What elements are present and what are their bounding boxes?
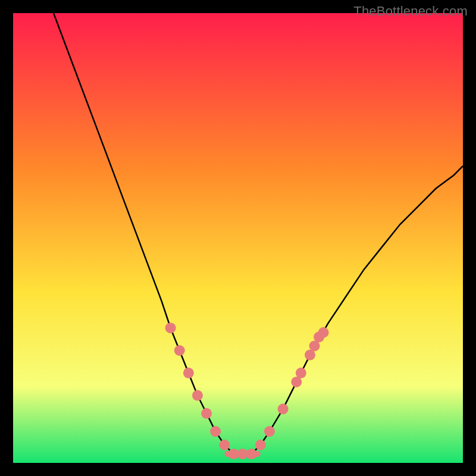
highlight-dot <box>296 368 306 378</box>
highlight-dot <box>201 408 212 419</box>
highlight-dot <box>318 327 329 338</box>
highlight-dot <box>183 368 194 378</box>
highlight-dot <box>210 426 221 437</box>
highlight-dot <box>192 390 203 401</box>
highlight-dot <box>165 322 176 333</box>
gradient-background <box>13 13 463 463</box>
highlight-dot <box>246 449 257 459</box>
watermark-text: TheBottleneck.com <box>353 4 468 19</box>
highlight-dot <box>219 440 230 450</box>
highlight-dot <box>255 440 266 450</box>
highlight-dot <box>278 403 289 414</box>
chart-frame <box>13 13 463 463</box>
highlight-dot <box>264 426 275 437</box>
bottleneck-chart <box>13 13 463 463</box>
highlight-dot <box>174 345 185 356</box>
